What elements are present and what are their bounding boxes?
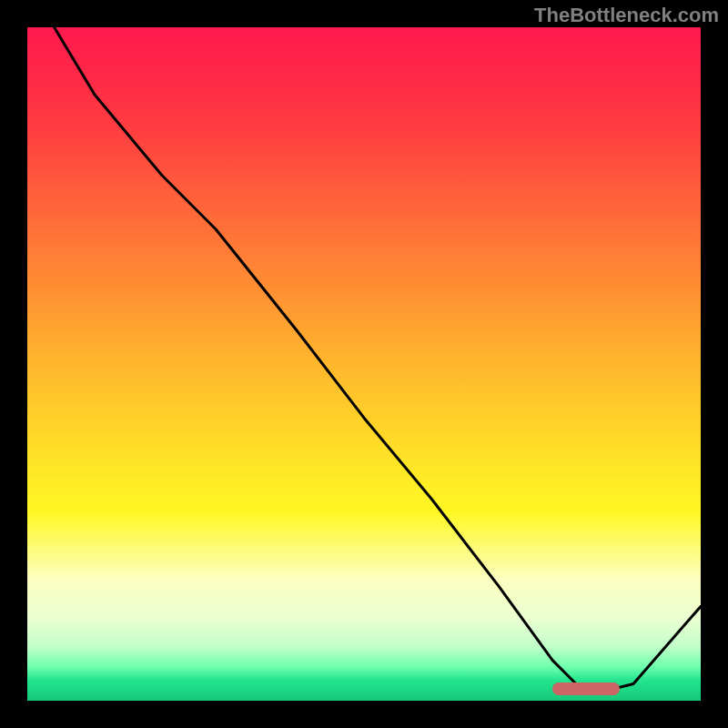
bottleneck-curve-path: [55, 27, 701, 691]
plot-area: [27, 27, 701, 701]
curve-svg: [27, 27, 701, 701]
watermark-text: TheBottleneck.com: [534, 4, 719, 27]
optimal-marker: [552, 682, 620, 695]
chart-frame: TheBottleneck.com: [0, 0, 728, 728]
